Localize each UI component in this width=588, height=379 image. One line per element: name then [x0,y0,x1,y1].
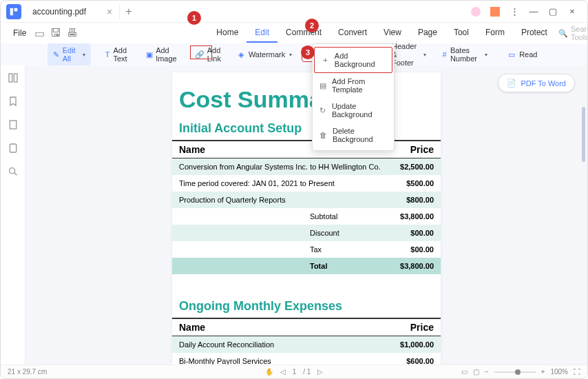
dd-add-background[interactable]: +Add Background [314,47,392,73]
zoom-value: 100% [550,368,568,376]
page-dimensions: 21 x 29.7 cm [8,368,47,376]
col-name: Name [172,319,359,336]
app-logo [6,4,21,19]
table-row: Discount$00.00 [172,225,441,241]
doc-title: Cost Summa [172,86,441,113]
watermark-button[interactable]: ◈Watermark▾ [231,47,297,62]
titlebar: accounting.pdf × + ⋮ — ▢ × [1,1,587,23]
table-row: Tax$00.00 [172,241,441,258]
open-icon[interactable]: ▭ [32,25,48,41]
menu-comment[interactable]: Comment [277,23,330,43]
zoom-thumb[interactable] [515,369,521,375]
file-menu[interactable]: File [8,25,32,41]
callout-2: 2 [305,19,319,32]
close-tab-icon[interactable]: × [107,6,112,17]
table-row: Total$3,800.00 [172,258,441,274]
dd-delete-background[interactable]: 🗑Delete Background [313,123,394,147]
document-canvas[interactable]: 📄PDF To Word Cost Summa Initial Account … [25,65,587,365]
menu-page[interactable]: Page [410,23,445,43]
new-tab-button[interactable]: + [120,3,137,21]
dd-add-from-template[interactable]: ▤Add From Template [313,73,394,98]
add-image-button[interactable]: ▣Add Image [140,43,185,65]
left-sidebar [1,65,25,365]
menu-edit[interactable]: Edit [246,23,277,43]
save-icon[interactable]: 🖫 [48,25,64,41]
bates-icon: # [441,50,448,59]
main-menu: Home Edit Comment Convert View Page Tool… [208,23,556,43]
trash-icon: 🗑 [319,131,327,139]
prev-page-icon[interactable]: ◁ [280,368,286,376]
refresh-icon: ↻ [319,106,326,114]
callout-edit-highlight [190,45,212,59]
watermark-icon: ◈ [236,50,246,59]
maximize-button[interactable]: ▢ [543,3,563,20]
edit-all-button[interactable]: ✎Edit All▾ [48,43,91,65]
chevron-down-icon: ▾ [423,52,426,58]
dd-update-background[interactable]: ↻Update Background [313,98,394,123]
search-tools[interactable]: 🔍 Search Tools [556,22,588,44]
callout-3: 3 [301,45,315,59]
table-row: Production of Quarterly Reports$800.00 [172,192,441,208]
page-current[interactable]: 1 [293,368,297,376]
pdf-page: Cost Summa Initial Account Setup NamePri… [172,72,441,365]
menu-home[interactable]: Home [208,23,246,43]
menu-convert[interactable]: Convert [330,23,375,43]
svg-rect-2 [9,74,12,82]
background-dropdown: +Add Background ▤Add From Template ↻Upda… [312,43,395,151]
svg-rect-0 [10,8,13,15]
attachments-icon[interactable] [8,143,19,154]
next-page-icon[interactable]: ▷ [317,368,323,376]
thumbnails-icon[interactable] [8,72,19,83]
bookmark-icon[interactable] [8,96,19,107]
menu-tool[interactable]: Tool [445,23,477,43]
cost-table-2: NamePrice Daily Account Reconciliation$1… [172,319,441,365]
zoom-slider[interactable] [494,371,536,373]
add-text-button[interactable]: TAdd Text [99,43,136,65]
section-heading: Ongoing Monthly Expenses [172,291,441,319]
statusbar: 21 x 29.7 cm ✋ ◁ 1 / 1 ▷ ▭ ▢ − + 100% ⛶ [1,365,587,378]
document-tab[interactable]: accounting.pdf × [25,3,120,20]
minimize-button[interactable]: — [524,3,543,20]
chevron-down-icon: ▾ [485,52,487,58]
image-icon: ▣ [146,50,153,59]
table-row: Subtotal$3,800.00 [172,208,441,225]
more-icon[interactable]: ⋮ [505,3,524,20]
chevron-down-icon: ▾ [83,52,85,58]
fit-page-icon[interactable]: ▢ [473,368,479,376]
svg-rect-5 [10,144,16,152]
edit-toolbar: ✎Edit All▾ TAdd Text ▣Add Image 🔗Add Lin… [1,43,587,65]
pdf-to-word-button[interactable]: 📄PDF To Word [498,74,575,92]
table-row: Conversion from Angular Systems Inc. to … [172,158,441,176]
menu-protect[interactable]: Protect [513,23,556,43]
template-icon: ▤ [319,81,326,90]
read-button[interactable]: ▭Read [501,47,543,62]
user-badge[interactable] [466,3,485,20]
cost-table-1: NamePrice Conversion from Angular System… [172,141,441,274]
menu-form[interactable]: Form [477,23,513,43]
plus-icon: + [322,56,329,64]
zoom-out-icon[interactable]: − [485,368,489,376]
app-badge[interactable] [485,3,505,20]
status-right: ▭ ▢ − + 100% ⛶ [461,368,580,376]
col-price: Price [392,141,441,158]
text-icon: T [105,50,110,59]
table-row: Time period covered: JAN 01, 2021 to Pre… [172,175,441,192]
convert-icon: 📄 [507,79,516,88]
zoom-in-icon[interactable]: + [541,368,545,376]
hand-tool-icon[interactable]: ✋ [265,368,273,376]
workspace: 📄PDF To Word Cost Summa Initial Account … [1,65,587,365]
window-controls: ⋮ — ▢ × [466,3,582,20]
col-price: Price [359,319,441,336]
fit-width-icon[interactable]: ▭ [461,368,468,376]
table-row: Bi-Monthly Payroll Services$600.00 [172,353,441,365]
bates-number-button[interactable]: #Bates Number▾ [436,43,493,65]
svg-rect-4 [10,121,16,129]
vertical-scrollbar[interactable] [582,107,585,162]
search-sidebar-icon[interactable] [8,166,19,177]
search-icon: 🔍 [558,29,568,38]
page-outline-icon[interactable] [8,119,19,130]
fullscreen-icon[interactable]: ⛶ [574,368,580,376]
close-window-button[interactable]: × [563,3,582,20]
menu-view[interactable]: View [375,23,410,43]
print-icon[interactable]: 🖶 [64,25,81,41]
